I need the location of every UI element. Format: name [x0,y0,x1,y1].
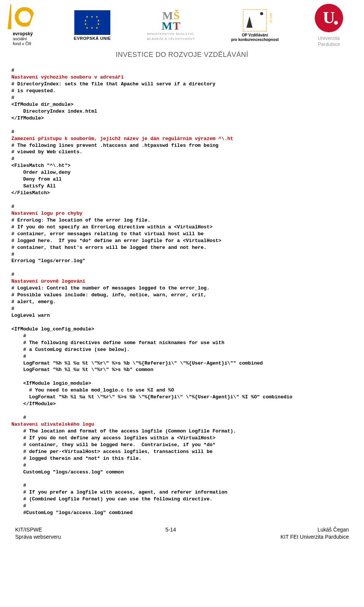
l: # [11,68,14,73]
uni-icon: U [315,4,343,32]
esf-line2: sociální [13,36,27,41]
esf-line1: evropský [13,31,33,36]
section-userlog-title: Nastavení uživatelského logu [11,421,94,427]
config-code: # Nastavení výchozího souboru v adresáři… [11,67,353,516]
l: # The location and format of the access … [11,428,236,434]
l: CustomLog "logs/access.log" common [11,469,124,475]
l: # (Combined Logfile Format) you can use … [11,496,213,502]
l: # LogLevel: Control the number of messag… [11,285,210,291]
esf-text: evropský sociální fond v ČR [13,31,33,47]
uni-logo: U Univerzita Pardubice [315,4,343,47]
l: # container, error messages relating to … [11,231,204,237]
footer-right1: Lukáš Čegan [317,527,349,533]
l: # [11,129,14,135]
l: # define per-<VirtualHost> access logfil… [11,449,213,454]
footer-left2: Správa webserveru [15,534,61,540]
l: </FilesMatch> [11,190,50,196]
l: <IfModule logio_module> [11,381,91,386]
msmt-line2: MLÁDEŽE A TĚLOVÝCHOVY [147,37,195,41]
l: # container, that host's errors will be … [11,245,207,250]
esf-logo: evropský sociální fond v ČR [8,5,38,47]
l: #CustomLog "logs/access.log" combined [11,510,133,516]
l: LogLevel warn [11,313,50,318]
l: ErrorLog "logs/error.log" [11,258,85,264]
l: LogFormat "%h %l %u %t \"%r\" %>s %b" co… [11,367,153,373]
l: # [11,95,14,101]
footer-left: KIT/ISPWE Správa webserveru [15,526,61,541]
l: # logged therein and *not* in this file. [11,456,141,461]
msmt-line1: MINISTERSTVO ŠKOLSTVÍ, [147,32,195,36]
l: LogFormat "%h %l %u %t \"%r\" %>s %b \"%… [11,360,263,366]
footer-right: Lukáš Čegan KIT FEI Univerzita Pardubice [281,526,349,541]
footer-right2: KIT FEI Univerzita Pardubice [281,534,349,540]
esf-line3: fond v ČR [13,41,31,46]
l: # The following lines prevent .htaccess … [11,143,218,148]
op-logo: 2007-13 OP Vzdělávání pro konkurencescho… [231,9,279,42]
l: Order allow,deny [11,170,71,175]
eu-label: EVROPSKÁ UNIE [74,36,111,41]
l: </IfModule> [11,401,56,407]
section-loglevel-title: Nastavení úrovně logování [11,278,85,284]
l: # [11,156,14,162]
op-line1: OP Vzdělávání [242,33,268,38]
l: <IfModule dir_module> [11,102,74,107]
section-errorlog-title: Nastavení logu pro chyby [11,211,82,216]
l: # alert, emerg. [11,299,56,305]
l: # a CustomLog directive (see below). [11,347,130,352]
page-body: # Nastavení výchozího souboru v adresáři… [0,67,364,524]
l: # The following directives define some f… [11,340,224,346]
eu-logo: ★ ★ ★★ ★★ ★★ ★ ★ EVROPSKÁ UNIE [74,10,111,41]
l: # [11,333,26,339]
l: # [11,503,26,509]
msmt-logo: MŠ MT MINISTERSTVO ŠKOLSTVÍ, MLÁDEŽE A T… [147,10,195,41]
l: # You need to enable mod_logio.c to use … [11,387,174,393]
l: # If you do not define any access logfil… [11,435,215,441]
l: <FilesMatch "^\.ht"> [11,163,71,168]
section-dir-title: Nastavení výchozího souboru v adresáři [11,74,124,80]
l: <IfModule log_config_module> [11,326,94,332]
l: # ErrorLog: The location of the error lo… [11,217,151,223]
op-num: 2007-13 [269,13,272,23]
l: Deny from all [11,176,62,182]
l: # [11,415,26,420]
header-logos: evropský sociální fond v ČR ★ ★ ★★ ★★ ★★… [0,0,364,47]
l: Satisfy All [11,183,56,189]
footer-left1: KIT/ISPWE [15,527,42,533]
op-icon: 2007-13 [243,9,267,31]
l: # [11,204,14,209]
l: </IfModule> [11,115,44,121]
l: # [11,483,26,488]
footer-center: 5-14 [165,526,176,541]
l: # [11,354,26,359]
l: # [11,252,14,257]
uni-text: Univerzita Pardubice [318,35,340,47]
invest-heading: INVESTICE DO ROZVOJE VZDĚLÁVÁNÍ [0,51,364,59]
esf-icon [8,5,38,29]
l: # [11,462,26,468]
l: # container, they will be logged here. C… [11,442,215,448]
msmt-icon: MŠ MT [162,10,180,31]
page-footer: KIT/ISPWE Správa webserveru 5-14 Lukáš Č… [0,524,364,546]
l: # is requested. [11,88,56,94]
l: # Possible values include: debug, info, … [11,292,207,298]
l: # If you do not specify an ErrorLog dire… [11,224,213,230]
uni-line1: Univerzita [318,35,340,41]
l: DirectoryIndex index.html [11,109,97,114]
l: LogFormat "%h %l %u %t \"%r\" %>s %b \"%… [11,394,292,400]
uni-line2: Pardubice [318,41,340,47]
l: # DirectoryIndex: sets the file that Apa… [11,81,215,87]
eu-flag-icon: ★ ★ ★★ ★★ ★★ ★ ★ [74,10,110,35]
l: # [11,306,14,311]
l: # If you prefer a logfile with access, a… [11,489,228,495]
l: # viewed by Web clients. [11,149,82,155]
l: # [11,272,14,277]
l: # logged here. If you *do* define an err… [11,238,221,244]
op-line2: pro konkurenceschopnost [231,38,279,42]
section-filesmatch-title: Zamezení přístupu k souborům, jejichž ná… [11,136,233,142]
